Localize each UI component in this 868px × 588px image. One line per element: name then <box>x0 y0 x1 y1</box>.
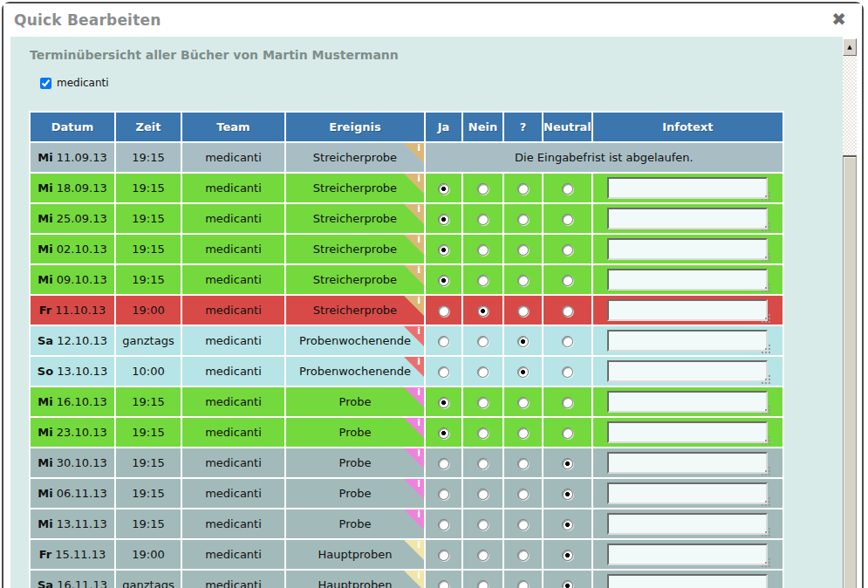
infotext-textarea[interactable] <box>607 269 768 291</box>
resize-grip-icon[interactable] <box>762 467 763 468</box>
radio-frage[interactable] <box>517 519 529 530</box>
radio-frage[interactable] <box>517 489 529 500</box>
radio-ja[interactable] <box>438 275 449 286</box>
radio-nein[interactable] <box>477 427 489 439</box>
resize-grip-icon[interactable] <box>762 192 763 194</box>
radio-frage[interactable] <box>517 305 529 317</box>
radio-neutral[interactable] <box>562 427 573 439</box>
resize-grip-icon[interactable] <box>762 345 763 346</box>
resize-grip-icon[interactable] <box>762 222 763 224</box>
radio-frage[interactable] <box>517 214 529 225</box>
radio-nein[interactable] <box>477 244 489 256</box>
resize-grip-icon[interactable] <box>762 314 763 316</box>
infotext-textarea[interactable] <box>607 330 768 352</box>
info-corner-icon[interactable] <box>404 235 424 255</box>
radio-neutral[interactable] <box>562 519 573 530</box>
radio-neutral[interactable] <box>562 275 573 286</box>
radio-nein[interactable] <box>477 458 489 469</box>
radio-ja[interactable] <box>438 519 449 530</box>
info-corner-icon[interactable] <box>404 509 424 530</box>
radio-nein[interactable] <box>477 550 489 561</box>
info-corner-icon[interactable] <box>404 571 424 588</box>
infotext-textarea[interactable] <box>607 513 768 535</box>
info-corner-icon[interactable] <box>404 479 424 499</box>
info-corner-icon[interactable] <box>404 448 424 468</box>
info-corner-icon[interactable] <box>404 418 424 438</box>
radio-frage[interactable] <box>517 275 529 286</box>
info-corner-icon[interactable] <box>404 387 424 407</box>
radio-neutral[interactable] <box>562 580 573 588</box>
radio-ja[interactable] <box>438 397 449 408</box>
radio-neutral[interactable] <box>562 550 573 561</box>
radio-ja[interactable] <box>438 214 449 225</box>
radio-ja[interactable] <box>438 305 449 317</box>
radio-nein[interactable] <box>477 275 489 286</box>
infotext-textarea[interactable] <box>607 574 768 588</box>
infotext-textarea[interactable] <box>607 421 768 443</box>
info-corner-icon[interactable] <box>404 143 424 163</box>
infotext-textarea[interactable] <box>607 452 768 474</box>
radio-ja[interactable] <box>438 427 449 439</box>
radio-neutral[interactable] <box>562 458 573 469</box>
radio-frage[interactable] <box>517 244 529 256</box>
radio-frage[interactable] <box>517 458 529 469</box>
radio-neutral[interactable] <box>562 366 573 378</box>
radio-frage[interactable] <box>517 336 529 347</box>
resize-grip-icon[interactable] <box>762 284 763 285</box>
info-corner-icon[interactable] <box>404 265 424 285</box>
radio-nein[interactable] <box>477 489 489 500</box>
radio-neutral[interactable] <box>562 305 573 317</box>
radio-ja[interactable] <box>438 458 449 469</box>
radio-ja[interactable] <box>438 580 449 588</box>
radio-frage[interactable] <box>517 366 529 378</box>
infotext-textarea[interactable] <box>607 544 768 565</box>
infotext-textarea[interactable] <box>607 238 768 260</box>
infotext-textarea[interactable] <box>607 208 768 229</box>
team-filter-checkbox[interactable] <box>40 78 51 89</box>
radio-ja[interactable] <box>438 336 449 347</box>
radio-nein[interactable] <box>477 366 489 378</box>
radio-ja[interactable] <box>438 489 449 500</box>
resize-grip-icon[interactable] <box>762 375 763 377</box>
radio-neutral[interactable] <box>562 489 573 500</box>
radio-frage[interactable] <box>517 550 529 561</box>
radio-frage[interactable] <box>517 580 529 588</box>
radio-neutral[interactable] <box>562 214 573 225</box>
close-icon[interactable]: ✖ <box>831 10 846 29</box>
radio-nein[interactable] <box>477 214 489 225</box>
radio-neutral[interactable] <box>562 183 573 195</box>
info-corner-icon[interactable] <box>404 540 424 560</box>
radio-nein[interactable] <box>477 305 489 317</box>
resize-grip-icon[interactable] <box>762 528 763 530</box>
resize-grip-icon[interactable] <box>762 253 763 255</box>
scrollbar-up-arrow-icon[interactable]: ▲ <box>843 38 857 56</box>
radio-nein[interactable] <box>477 397 489 408</box>
radio-ja[interactable] <box>438 244 449 256</box>
radio-nein[interactable] <box>477 580 489 588</box>
radio-frage[interactable] <box>517 183 529 195</box>
radio-frage[interactable] <box>517 397 529 408</box>
radio-ja[interactable] <box>438 366 449 378</box>
radio-nein[interactable] <box>477 336 489 347</box>
infotext-textarea[interactable] <box>607 299 768 321</box>
radio-nein[interactable] <box>477 183 489 195</box>
resize-grip-icon[interactable] <box>762 497 763 499</box>
radio-frage[interactable] <box>517 427 529 439</box>
infotext-textarea[interactable] <box>607 360 768 382</box>
radio-neutral[interactable] <box>562 397 573 408</box>
resize-grip-icon[interactable] <box>762 406 763 407</box>
scrollbar-thumb[interactable] <box>843 155 857 588</box>
infotext-textarea[interactable] <box>607 391 768 413</box>
info-corner-icon[interactable] <box>404 326 424 346</box>
infotext-textarea[interactable] <box>607 482 768 504</box>
radio-ja[interactable] <box>438 183 449 195</box>
infotext-textarea[interactable] <box>607 177 768 199</box>
radio-neutral[interactable] <box>562 244 573 256</box>
resize-grip-icon[interactable] <box>762 558 763 560</box>
radio-nein[interactable] <box>477 519 489 530</box>
info-corner-icon[interactable] <box>404 296 424 316</box>
radio-neutral[interactable] <box>562 336 573 347</box>
resize-grip-icon[interactable] <box>762 436 763 438</box>
info-corner-icon[interactable] <box>404 174 424 194</box>
info-corner-icon[interactable] <box>404 357 424 377</box>
